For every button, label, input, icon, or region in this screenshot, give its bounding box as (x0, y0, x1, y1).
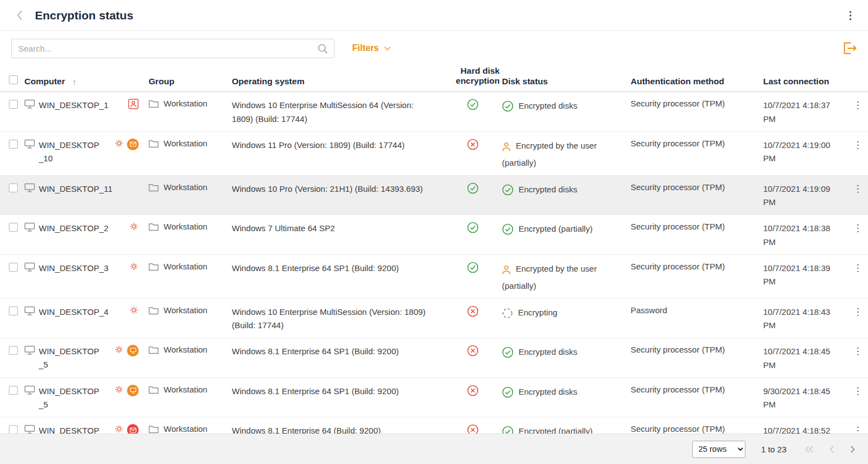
disk-status-label: Encrypted disks (519, 347, 577, 356)
table-row[interactable]: WIN_DESKTOP_2 Workstation Windows 7 Ulti… (0, 215, 868, 255)
os-text: Windows 8.1 Enterprise 64 SP1 (Build: 92… (232, 346, 399, 356)
computer-icon (24, 345, 35, 355)
computer-name: WIN_DESKTOP_1 (39, 99, 109, 112)
row-menu-button[interactable]: ⋮ (853, 139, 862, 151)
row-checkbox[interactable] (9, 425, 18, 434)
disk-status-label: Encrypted by the user (partially) (502, 264, 597, 291)
disk-status-label: Encrypted disks (519, 185, 577, 194)
group-name: Workstation (164, 182, 207, 192)
export-button[interactable] (842, 41, 857, 55)
disk-status-label: Encrypted (partially) (519, 426, 592, 434)
computer-badges (129, 305, 139, 315)
row-menu-button[interactable]: ⋮ (853, 99, 862, 111)
chevron-down-icon (384, 43, 391, 53)
user-box-icon (128, 99, 139, 109)
os-text: Windows 10 Enterprise MultiSession 64 (V… (232, 100, 414, 124)
gear-icon (129, 222, 139, 231)
group-name: Workstation (164, 345, 207, 354)
first-page-button[interactable] (804, 445, 814, 453)
column-header-computer[interactable]: Computer (24, 77, 65, 86)
mail-red-icon (127, 424, 139, 434)
filters-button[interactable]: Filters (352, 43, 391, 53)
disk-status-icon (502, 100, 514, 116)
table-row[interactable]: WIN_DESKTOP_3 Workstation Windows 8.1 En… (0, 255, 868, 299)
column-header-last-connection[interactable]: Last connection (763, 77, 829, 86)
auth-method: Security processor (TPM) (631, 222, 725, 231)
column-header-os[interactable]: Operating system (232, 77, 304, 86)
hard-disk-encryption-status-icon (467, 99, 479, 110)
search-input[interactable] (11, 39, 334, 58)
page-title: Encryption status (35, 9, 845, 22)
row-menu-button[interactable]: ⋮ (853, 262, 862, 274)
hard-disk-encryption-status-icon (467, 262, 479, 273)
page-header: Encryption status ⋮ (0, 0, 868, 31)
rows-per-page-select[interactable]: 25 rows (692, 441, 745, 458)
computer-icon (24, 183, 35, 192)
group-name: Workstation (164, 262, 207, 271)
row-checkbox[interactable] (9, 346, 18, 355)
folder-icon (149, 223, 159, 231)
search-box (11, 39, 334, 58)
auth-method: Security processor (TPM) (631, 424, 725, 434)
page-menu-button[interactable]: ⋮ (845, 10, 856, 21)
auth-method: Security processor (TPM) (631, 262, 725, 271)
table-body: WIN_DESKTOP_1 Workstation Windows 10 Ent… (0, 92, 868, 434)
table-row[interactable]: WIN_DESKTOP_10 Workstation Windows 11 Pr… (0, 132, 868, 176)
hard-disk-encryption-status-icon (467, 385, 479, 396)
table-row[interactable]: WIN_DESKTOP_5 Workstation Windows 8.1 En… (0, 338, 868, 378)
table-row[interactable]: WIN_DESKTOP_4 Workstation Windows 10 Ent… (0, 299, 868, 339)
group-name: Workstation (164, 139, 207, 148)
back-button[interactable] (17, 10, 23, 21)
computer-name: WIN_DESKTOP_11 (39, 182, 113, 196)
column-header-auth-method[interactable]: Authentication method (631, 77, 724, 86)
next-page-button[interactable] (850, 445, 856, 453)
hard-disk-encryption-status-icon (467, 424, 479, 434)
table-row[interactable]: WIN_DESKTOP_11 Workstation Windows 10 Pr… (0, 176, 868, 216)
table-row[interactable]: WIN_DESKTOP_6 Workstation Windows 8.1 En… (0, 417, 868, 434)
pagination-range: 1 to 23 (761, 445, 786, 454)
search-icon[interactable] (317, 43, 329, 55)
column-header-disk-status[interactable]: Disk status (502, 77, 548, 86)
row-menu-button[interactable]: ⋮ (853, 222, 862, 234)
computer-badges (114, 345, 139, 356)
row-checkbox[interactable] (9, 307, 18, 315)
os-text: Windows 10 Pro (Version: 21H1) (Build: 1… (232, 184, 423, 193)
last-connection: 10/7/2021 4:18:38 PM (763, 223, 830, 247)
previous-page-button[interactable] (829, 445, 835, 453)
table-row[interactable]: WIN_DESKTOP_5 Workstation Windows 8.1 En… (0, 378, 868, 418)
gear-icon (114, 345, 124, 354)
select-all-checkbox[interactable] (9, 75, 18, 84)
row-checkbox[interactable] (9, 386, 18, 395)
table-row[interactable]: WIN_DESKTOP_1 Workstation Windows 10 Ent… (0, 92, 868, 132)
computer-icon (24, 385, 35, 395)
auth-method: Password (631, 305, 667, 315)
row-checkbox[interactable] (9, 100, 18, 109)
os-text: Windows 8.1 Enterprise 64 SP1 (Build: 92… (232, 263, 399, 273)
toolbar: Filters (0, 31, 868, 65)
filters-label: Filters (352, 43, 379, 53)
row-menu-button[interactable]: ⋮ (853, 345, 862, 357)
row-checkbox[interactable] (9, 263, 18, 272)
group-name: Workstation (164, 424, 207, 434)
row-menu-button[interactable]: ⋮ (853, 425, 862, 434)
row-menu-button[interactable]: ⋮ (853, 183, 862, 195)
column-header-hard-disk-encryption[interactable]: Hard disk encryption (444, 66, 502, 86)
last-connection: 10/7/2021 4:19:09 PM (763, 184, 830, 207)
last-connection: 10/7/2021 4:18:52 PM (763, 426, 830, 434)
row-menu-button[interactable]: ⋮ (853, 306, 862, 318)
row-menu-button[interactable]: ⋮ (853, 385, 862, 397)
folder-icon (149, 100, 159, 108)
last-connection: 10/7/2021 4:18:37 PM (763, 100, 830, 124)
row-checkbox[interactable] (9, 223, 18, 232)
pagination-controls (804, 445, 856, 453)
last-connection: 10/7/2021 4:18:39 PM (763, 263, 830, 287)
disk-status-icon (502, 223, 514, 239)
row-checkbox[interactable] (9, 183, 18, 192)
group-name: Workstation (164, 305, 207, 315)
column-header-group[interactable]: Group (149, 77, 175, 86)
hard-disk-encryption-status-icon (467, 139, 479, 150)
screen-orange-icon (127, 345, 139, 356)
disk-status-label: Encrypted disks (519, 101, 577, 110)
row-checkbox[interactable] (9, 140, 18, 149)
table-header: Computer ↑ Group Operating system Hard d… (0, 65, 868, 92)
